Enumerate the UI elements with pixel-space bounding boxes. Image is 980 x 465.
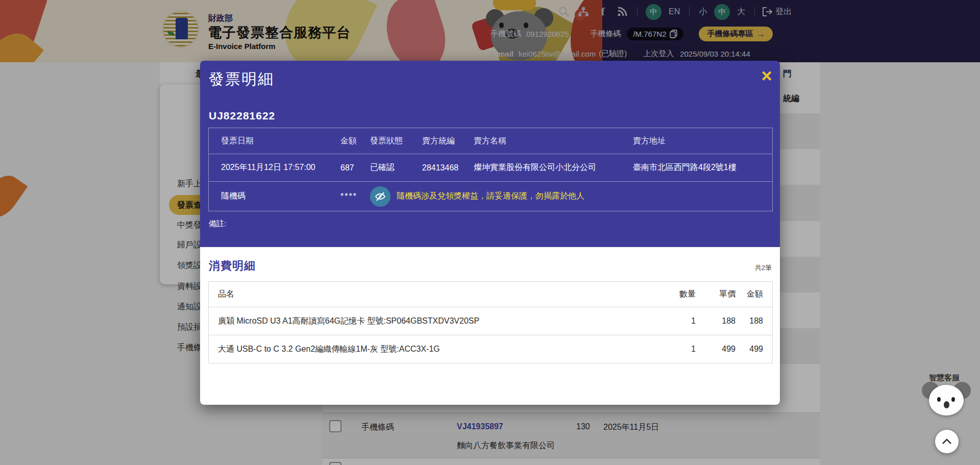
random-code-warning: 隨機碼涉及兌領獎權益，請妥適保護，勿揭露於他人: [397, 191, 584, 202]
col-header: 品名: [209, 289, 659, 300]
details-count-badge: 共2筆: [755, 263, 772, 273]
invoice-amount: 687: [340, 163, 370, 173]
close-icon[interactable]: ×: [756, 66, 777, 86]
chevron-up-icon: [942, 438, 952, 445]
items-header-row: 品名 數量 單價 金額: [209, 282, 772, 307]
col-header: 數量: [659, 289, 696, 300]
item-price: 188: [696, 316, 736, 326]
col-header: 金額: [736, 289, 772, 300]
col-header: 金額: [340, 136, 370, 146]
modal-title: 發票明細: [209, 69, 274, 90]
eye-off-icon: [375, 191, 386, 202]
random-code-row: 隨機碼 **** 隨機碼涉及兌領獎權益，請妥適保護，勿揭露於他人: [209, 181, 772, 211]
invoice-detail-modal: 發票明細 × UJ82281622 發票日期 金額 發票狀態 賣方統編 賣方名稱…: [200, 61, 780, 405]
invoice-status: 已確認: [370, 162, 422, 173]
item-qty: 1: [659, 345, 696, 354]
consumption-details-section: 消費明細 共2筆 品名 數量 單價 金額 廣穎 MicroSD U3 A1高耐讀…: [200, 247, 780, 405]
seller-name: 燦坤實業股份有限公司小北分公司: [474, 162, 633, 173]
item-row: 大通 USB-C to C 3.2 Gen2編織傳輸線1M-灰 型號:ACC3X…: [209, 335, 772, 363]
invoice-date: 2025年11月12日 17:57:00: [221, 162, 340, 173]
invoice-number: UJ82281622: [209, 110, 275, 122]
toggle-visibility-button[interactable]: [370, 186, 390, 207]
page: 財政部 電子發票整合服務平台 E-Invoice Platform f 中 EN…: [0, 0, 980, 465]
col-header: 單價: [696, 289, 736, 300]
items-table: 品名 數量 單價 金額 廣穎 MicroSD U3 A1高耐讀寫64G記憶卡 型…: [208, 281, 773, 363]
random-code-masked: ****: [340, 192, 363, 201]
col-header: 賣方統編: [422, 136, 474, 146]
invoice-info-table: 發票日期 金額 發票狀態 賣方統編 賣方名稱 賣方地址 2025年11月12日 …: [208, 128, 773, 211]
koala-face: [929, 385, 964, 415]
note-label: 備註:: [209, 219, 226, 229]
item-name: 大通 USB-C to C 3.2 Gen2編織傳輸線1M-灰 型號:ACC3X…: [209, 344, 659, 355]
item-qty: 1: [659, 316, 696, 326]
item-name: 廣穎 MicroSD U3 A1高耐讀寫64G記憶卡 型號:SP064GBSTX…: [209, 316, 659, 327]
item-row: 廣穎 MicroSD U3 A1高耐讀寫64G記憶卡 型號:SP064GBSTX…: [209, 307, 772, 335]
chatbot-avatar[interactable]: [923, 382, 970, 415]
item-amount: 499: [736, 345, 772, 354]
col-header: 發票日期: [221, 136, 340, 146]
random-code-label: 隨機碼: [221, 191, 340, 202]
item-price: 499: [696, 345, 736, 354]
col-header: 賣方地址: [633, 136, 760, 146]
seller-address: 臺南市北區西門路4段2號1樓: [633, 162, 760, 173]
info-data-row: 2025年11月12日 17:57:00 687 已確認 28413468 燦坤…: [209, 154, 772, 181]
col-header: 發票狀態: [370, 136, 422, 146]
item-amount: 188: [736, 316, 772, 326]
scroll-to-top-button[interactable]: [935, 430, 959, 453]
info-header-row: 發票日期 金額 發票狀態 賣方統編 賣方名稱 賣方地址: [209, 128, 772, 154]
col-header: 賣方名稱: [474, 136, 633, 146]
seller-id: 28413468: [422, 163, 474, 173]
details-title: 消費明細: [209, 258, 256, 274]
